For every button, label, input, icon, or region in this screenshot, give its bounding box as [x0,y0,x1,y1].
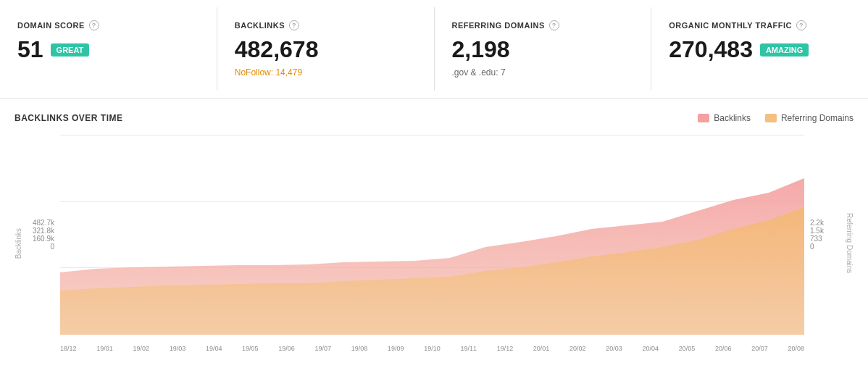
y-right-val-1: 1.5k [810,227,824,235]
chart-wrap: Backlinks 482.7k 321.8k 160.9k 0 [14,135,854,352]
domain-score-badge: GREAT [51,43,90,57]
y-axis-right-label: Referring Domains [846,213,854,273]
backlinks-value: 482,678 [235,36,417,63]
x-label-0: 18/12 [60,345,77,352]
y-right-val-3: 0 [810,243,814,251]
x-label-18: 20/06 [715,345,732,352]
organic-traffic-badge: AMAZING [760,43,809,57]
y-right-val-0: 2.2k [810,219,824,227]
organic-traffic-label: ORGANIC MONTHLY TRAFFIC ? [669,20,851,30]
chart-section: BACKLINKS OVER TIME Backlinks Referring … [0,99,868,359]
y-axis-left-wrap: Backlinks 482.7k 321.8k 160.9k 0 [14,135,60,352]
organic-traffic-card: ORGANIC MONTHLY TRAFFIC ? 270,483 AMAZIN… [651,7,868,91]
backlinks-info-icon[interactable]: ? [289,20,299,30]
x-label-17: 20/05 [679,345,696,352]
x-label-14: 20/02 [569,345,586,352]
chart-title: BACKLINKS OVER TIME [14,113,123,123]
x-axis: 18/12 19/01 19/02 19/03 19/04 19/05 19/0… [60,342,804,352]
x-label-3: 19/03 [170,345,186,352]
legend-referring-label: Referring Domains [781,113,854,123]
legend-backlinks: Backlinks [698,113,751,123]
x-label-20: 20/08 [788,345,804,352]
y-left-val-3: 0 [50,243,54,251]
x-label-19: 20/07 [751,345,768,352]
referring-domains-info-icon[interactable]: ? [549,20,559,30]
domain-score-label: DOMAIN SCORE ? [17,20,199,30]
x-label-4: 19/04 [206,345,222,352]
chart-header: BACKLINKS OVER TIME Backlinks Referring … [14,113,854,123]
backlinks-label: BACKLINKS ? [235,20,417,30]
organic-traffic-value: 270,483 AMAZING [669,36,851,63]
x-label-11: 19/11 [460,345,477,352]
x-label-6: 19/06 [278,345,295,352]
x-label-15: 20/03 [606,345,622,352]
chart-svg [60,135,804,335]
y-left-val-2: 160.9k [33,235,54,243]
domain-score-info-icon[interactable]: ? [89,20,99,30]
backlinks-swatch [698,114,709,122]
backlinks-card: BACKLINKS ? 482,678 NoFollow: 14,479 [217,7,435,91]
x-label-1: 19/01 [96,345,113,352]
legend-backlinks-label: Backlinks [714,113,751,123]
domain-score-card: DOMAIN SCORE ? 51 GREAT [0,7,217,91]
referring-swatch [765,114,777,122]
chart-inner: 18/12 19/01 19/02 19/03 19/04 19/05 19/0… [60,135,804,352]
y-axis-left: 482.7k 321.8k 160.9k 0 [24,219,60,268]
y-axis-right-wrap: 2.2k 1.5k 733 0 Referring Domains [804,135,854,352]
chart-legend: Backlinks Referring Domains [698,113,854,123]
backlinks-sub: NoFollow: 14,479 [235,67,417,78]
referring-domains-value: 2,198 [452,36,634,63]
y-left-val-0: 482.7k [33,219,54,227]
x-label-5: 19/05 [242,345,259,352]
x-label-9: 19/09 [388,345,404,352]
y-axis-right: 2.2k 1.5k 733 0 [804,219,844,268]
organic-traffic-info-icon[interactable]: ? [796,20,806,30]
x-label-12: 19/12 [497,345,514,352]
referring-domains-sub: .gov & .edu: 7 [452,67,634,78]
referring-domains-label: REFERRING DOMAINS ? [452,20,634,30]
x-label-8: 19/08 [351,345,368,352]
y-axis-left-label: Backlinks [14,228,22,259]
domain-score-value: 51 GREAT [17,36,199,63]
x-label-13: 20/01 [533,345,550,352]
y-left-val-1: 321.8k [33,227,54,235]
y-right-val-2: 733 [810,235,822,243]
referring-domains-card: REFERRING DOMAINS ? 2,198 .gov & .edu: 7 [435,7,652,91]
x-label-2: 19/02 [133,345,149,352]
legend-referring: Referring Domains [765,113,854,123]
x-label-10: 19/10 [424,345,441,352]
x-label-16: 20/04 [643,345,659,352]
metrics-row: DOMAIN SCORE ? 51 GREAT BACKLINKS ? 482,… [0,0,868,99]
x-label-7: 19/07 [315,345,332,352]
